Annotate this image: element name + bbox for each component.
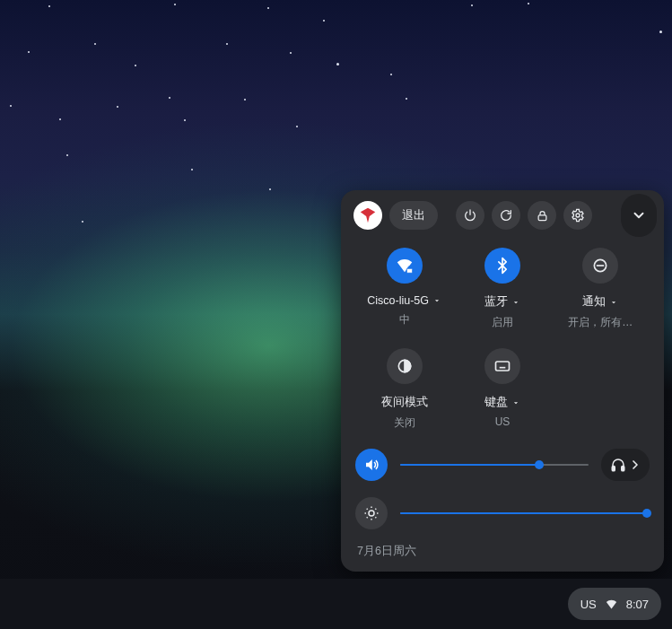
tile-bluetooth-toggle[interactable] <box>484 248 520 284</box>
ime-indicator: US <box>580 598 597 611</box>
svg-line-19 <box>375 517 376 518</box>
status-area[interactable]: US 8:07 <box>568 588 661 620</box>
sign-out-button[interactable]: 退出 <box>389 201 438 230</box>
tile-night-light-title: 夜间模式 <box>381 395 428 410</box>
caret-down-icon <box>511 298 520 307</box>
tile-bluetooth-title: 蓝牙 <box>484 294 508 310</box>
quick-settings-panel: 退出 <box>341 190 664 572</box>
quick-settings-topbar: 退出 <box>341 190 664 240</box>
caret-down-icon <box>511 398 520 407</box>
tile-wifi[interactable]: Cisco-liu-5G 中 <box>355 248 453 330</box>
gear-icon <box>571 208 585 223</box>
tile-notifications-subtitle: 开启，所有… <box>568 315 633 330</box>
tile-bluetooth[interactable]: 蓝牙 启用 <box>453 248 551 330</box>
lock-button[interactable] <box>528 201 556 230</box>
settings-button[interactable] <box>563 201 592 230</box>
wifi-secure-icon <box>395 256 415 275</box>
bluetooth-icon <box>493 257 511 275</box>
lock-icon <box>536 209 549 223</box>
collapse-button[interactable] <box>621 194 657 237</box>
tile-keyboard[interactable]: 键盘 US <box>453 348 551 431</box>
caret-down-icon <box>432 296 441 305</box>
volume-slider[interactable] <box>400 456 589 474</box>
clock: 8:07 <box>626 598 649 611</box>
tile-keyboard-subtitle: US <box>495 415 511 428</box>
svg-point-13 <box>369 511 374 516</box>
volume-row <box>341 443 664 486</box>
brightness-slider[interactable] <box>400 504 650 522</box>
date-label: 7月6日周六 <box>341 535 664 559</box>
power-button[interactable] <box>456 201 484 230</box>
power-icon <box>463 208 477 223</box>
tile-wifi-subtitle: 中 <box>399 312 410 328</box>
brightness-button[interactable] <box>355 497 388 529</box>
tile-night-light-subtitle: 关闭 <box>394 415 415 431</box>
tile-keyboard-toggle[interactable] <box>484 348 520 384</box>
tile-wifi-title: Cisco-liu-5G <box>367 294 429 307</box>
keyboard-icon <box>493 357 511 375</box>
sign-out-label: 退出 <box>402 207 425 223</box>
restart-button[interactable] <box>492 201 520 230</box>
chevron-down-icon <box>631 207 647 223</box>
brightness-icon <box>363 505 380 521</box>
tile-keyboard-title: 键盘 <box>484 395 508 410</box>
tile-bluetooth-subtitle: 启用 <box>492 315 513 330</box>
shelf: US 8:07 <box>0 579 672 629</box>
svg-line-18 <box>367 509 368 510</box>
svg-line-21 <box>375 509 376 510</box>
tile-notifications-toggle[interactable] <box>582 248 618 284</box>
tile-night-light-toggle[interactable] <box>387 348 423 384</box>
svg-rect-0 <box>538 214 546 220</box>
avatar[interactable] <box>353 201 382 230</box>
chevron-right-icon <box>628 458 642 472</box>
dnd-icon <box>591 257 609 275</box>
restart-icon <box>499 208 513 223</box>
svg-rect-6 <box>495 362 509 371</box>
svg-rect-12 <box>622 467 624 471</box>
audio-output-button[interactable] <box>601 449 650 481</box>
tile-wifi-toggle[interactable] <box>387 248 423 284</box>
svg-rect-11 <box>612 467 615 471</box>
volume-icon <box>363 457 380 473</box>
night-light-icon <box>396 357 414 375</box>
tile-night-light[interactable]: 夜间模式 关闭 <box>355 348 453 431</box>
quick-settings-tiles: Cisco-liu-5G 中 蓝牙 启用 <box>341 240 664 438</box>
wifi-icon <box>605 598 618 611</box>
volume-mute-button[interactable] <box>355 449 388 481</box>
headphones-icon <box>610 457 626 473</box>
tile-notifications-title: 通知 <box>582 294 606 310</box>
svg-rect-2 <box>406 268 412 273</box>
caret-down-icon <box>609 298 618 307</box>
brightness-row <box>341 492 664 535</box>
svg-line-20 <box>367 517 368 518</box>
tile-notifications[interactable]: 通知 开启，所有… <box>552 248 650 330</box>
svg-point-1 <box>576 214 580 217</box>
